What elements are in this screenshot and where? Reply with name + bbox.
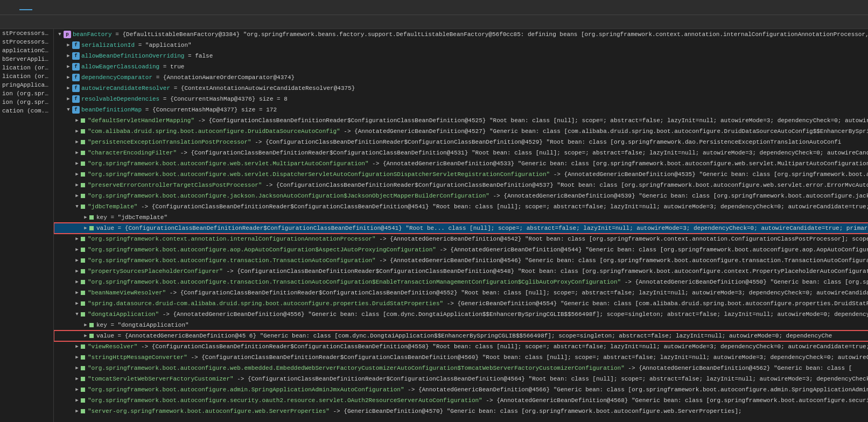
tree-expander[interactable]: ▶ bbox=[73, 181, 81, 189]
tree-row[interactable]: ▶"server-org.springframework.boot.autoco… bbox=[54, 406, 868, 417]
tree-expander[interactable]: ▶ bbox=[73, 343, 81, 350]
left-panel-item[interactable]: stProcessors:182 bbox=[0, 29, 53, 38]
left-panel-item[interactable]: applicationContex bbox=[0, 46, 53, 55]
tree-row[interactable]: ▶"com.alibaba.druid.spring.boot.autoconf… bbox=[54, 126, 868, 137]
tree-row[interactable]: ▶fserializationId = "application" bbox=[54, 40, 868, 51]
tab-endpoints[interactable] bbox=[4, 5, 17, 10]
tree-row[interactable]: ▶"org.springframework.boot.autoconfigure… bbox=[54, 255, 868, 266]
tree-row[interactable]: ▶fdependencyComparator = {AnnotationAwar… bbox=[54, 72, 868, 83]
left-panel-item[interactable]: cation (com.dyn.. bbox=[0, 107, 53, 115]
tree-row[interactable]: ▼pbeanFactory = {DefaultListableBeanFact… bbox=[54, 29, 868, 40]
tree-row[interactable]: ▶"org.springframework.boot.autoconfigure… bbox=[54, 363, 868, 374]
tree-row[interactable]: ▶"org.springframework.boot.autoconfigure… bbox=[54, 191, 868, 201]
tree-row[interactable]: ▶"persistenceExceptionTranslationPostPro… bbox=[54, 137, 868, 147]
tree-row-text: key = "dongtaiApplication" bbox=[96, 322, 189, 328]
tree-row[interactable]: ▶key = "dongtaiApplication" bbox=[54, 320, 868, 330]
tree-row[interactable]: ▶fallowEagerClassLoading = true bbox=[54, 61, 868, 72]
toolbar-down-btn[interactable] bbox=[15, 17, 25, 27]
tree-row[interactable]: ▶"beanNameViewResolver" -> {Configuratio… bbox=[54, 287, 868, 298]
tree-expander[interactable]: ▼ bbox=[73, 311, 81, 318]
tree-expander[interactable]: ▶ bbox=[73, 128, 81, 135]
tree-expander[interactable]: ▶ bbox=[73, 397, 81, 404]
tree-expander[interactable]: ▼ bbox=[65, 106, 72, 114]
toolbar-up-btn[interactable] bbox=[3, 17, 13, 27]
tree-row[interactable]: ▶"stringHttpMessageConverter" -> {Config… bbox=[54, 352, 868, 363]
tree-row[interactable]: ▶"org.springframework.boot.autoconfigure… bbox=[54, 277, 868, 287]
left-panel-item[interactable]: stProcessors:707 bbox=[0, 38, 53, 46]
tree-row-text: "defaultServletHandlerMapping" -> {Confi… bbox=[88, 117, 868, 124]
tree-row[interactable]: ▼"dongtaiApplication" -> {AnnotatedGener… bbox=[54, 309, 868, 320]
tree-row[interactable]: ▶"org.springframework.boot.autoconfigure… bbox=[54, 384, 868, 395]
tree-expander[interactable]: ▶ bbox=[65, 52, 72, 60]
tree-row[interactable]: ▶"characterEncodingFilter" -> {Configura… bbox=[54, 147, 868, 158]
tree-row[interactable]: ▶"propertySourcesPlaceholderConfigurer" … bbox=[54, 266, 868, 277]
tree-row[interactable]: ▶value = {AnnotatedGenericBeanDefinition… bbox=[54, 330, 868, 341]
tree-expander[interactable]: ▶ bbox=[73, 149, 81, 157]
tree-node-icon bbox=[89, 323, 94, 327]
tree-expander[interactable]: ▶ bbox=[82, 224, 89, 232]
tree-expander[interactable]: ▶ bbox=[73, 257, 81, 264]
tree-row[interactable]: ▶fautowireCandidateResolver = {ContextAn… bbox=[54, 83, 868, 94]
tree-expander[interactable]: ▶ bbox=[73, 160, 81, 167]
tree-row-text: serializationId = "application" bbox=[81, 42, 192, 48]
left-panel-item[interactable]: pringApplication bbox=[0, 81, 53, 89]
tree-expander[interactable]: ▶ bbox=[73, 375, 81, 383]
tree-expander[interactable]: ▶ bbox=[65, 41, 72, 49]
tree-row[interactable]: ▶"org.springframework.context.annotation… bbox=[54, 234, 868, 244]
tree-row[interactable]: ▶fallowBeanDefinitionOverriding = false bbox=[54, 51, 868, 61]
tree-row[interactable]: ▶key = "jdbcTemplate" bbox=[54, 212, 868, 223]
tree-expander[interactable]: ▶ bbox=[73, 138, 81, 146]
tree-expander[interactable]: ▶ bbox=[82, 321, 89, 329]
tree-expander[interactable]: ▼ bbox=[73, 203, 81, 210]
tree-expander[interactable]: ▶ bbox=[73, 289, 81, 297]
tree-expander[interactable]: ▶ bbox=[73, 235, 81, 243]
tree-row[interactable]: ▶"org.springframework.boot.autoconfigure… bbox=[54, 395, 868, 406]
toolbar-settings-btn[interactable] bbox=[39, 17, 48, 27]
tree-expander[interactable]: ▶ bbox=[65, 85, 72, 92]
tree-expander[interactable]: ▶ bbox=[73, 278, 81, 286]
toolbar-filter-btn[interactable] bbox=[27, 17, 37, 27]
tree-row-text: "tomcatServletWebServerFactoryCustomizer… bbox=[88, 376, 868, 382]
tree-expander[interactable]: ▶ bbox=[73, 300, 81, 307]
tree-row-text: "propertySourcesPlaceholderConfigurer" -… bbox=[88, 268, 868, 275]
left-panel-item[interactable]: lication (org.sp) bbox=[0, 64, 53, 72]
content-area: stProcessors:182stProcessors:707applicat… bbox=[0, 29, 868, 422]
tree-expander[interactable]: ▶ bbox=[73, 246, 81, 254]
tree-row[interactable]: ▶"viewResolver" -> {ConfigurationClassBe… bbox=[54, 341, 868, 352]
tree-expander[interactable]: ▶ bbox=[73, 354, 81, 361]
tree-row[interactable]: ▶"preserveErrorControllerTargetClassPost… bbox=[54, 180, 868, 191]
tree-expander[interactable]: ▶ bbox=[73, 171, 81, 178]
tree-row[interactable]: ▶"tomcatServletWebServerFactoryCustomize… bbox=[54, 374, 868, 384]
tree-row[interactable]: ▶fresolvableDependencies = {ConcurrentHa… bbox=[54, 94, 868, 104]
tab-variables[interactable] bbox=[19, 5, 32, 10]
tree-expander[interactable]: ▶ bbox=[73, 407, 81, 415]
tree-row[interactable]: ▼"jdbcTemplate" -> {ConfigurationClassBe… bbox=[54, 201, 868, 212]
left-panel-item[interactable]: ion (org.spring.. bbox=[0, 89, 53, 98]
tree-expander[interactable]: ▶ bbox=[82, 214, 89, 221]
tree-row[interactable]: ▶"org.springframework.boot.autoconfigure… bbox=[54, 169, 868, 180]
tree-expander[interactable]: ▶ bbox=[73, 364, 81, 372]
tree-node-icon bbox=[81, 248, 85, 252]
tree-expander[interactable]: ▶ bbox=[65, 95, 72, 103]
tree-row-text: "org.springframework.boot.autoconfigure.… bbox=[88, 279, 868, 285]
tree-expander[interactable]: ▼ bbox=[56, 31, 64, 38]
main-panel[interactable]: ▼pbeanFactory = {DefaultListableBeanFact… bbox=[54, 29, 868, 422]
tree-expander[interactable]: ▶ bbox=[65, 63, 72, 71]
tree-expander[interactable]: ▶ bbox=[73, 192, 81, 200]
left-panel-item[interactable]: lication (org.sp) bbox=[0, 72, 53, 81]
tree-row-text: value = {ConfigurationClassBeanDefinitio… bbox=[96, 225, 868, 231]
tree-node-icon bbox=[89, 215, 94, 220]
tree-expander[interactable]: ▶ bbox=[65, 74, 72, 81]
tree-row[interactable]: ▶"org.springframework.boot.autoconfigure… bbox=[54, 158, 868, 169]
tree-row[interactable]: ▶"defaultServletHandlerMapping" -> {Conf… bbox=[54, 115, 868, 126]
tree-expander[interactable]: ▶ bbox=[73, 386, 81, 393]
tree-expander[interactable]: ▶ bbox=[73, 268, 81, 275]
tree-row[interactable]: ▼fbeanDefinitionMap = {ConcurrentHashMap… bbox=[54, 104, 868, 115]
left-panel-item[interactable]: ion (org.spring.. bbox=[0, 98, 53, 107]
left-panel-item[interactable]: bServerApplicati.. bbox=[0, 55, 53, 64]
tree-row[interactable]: ▶"org.springframework.boot.autoconfigure… bbox=[54, 244, 868, 255]
tree-expander[interactable]: ▶ bbox=[73, 117, 81, 124]
tree-row[interactable]: ▶value = {ConfigurationClassBeanDefiniti… bbox=[54, 223, 868, 234]
tree-row[interactable]: ▶"spring.datasource.druid-com.alibaba.dr… bbox=[54, 298, 868, 309]
tree-expander[interactable]: ▶ bbox=[82, 332, 89, 340]
